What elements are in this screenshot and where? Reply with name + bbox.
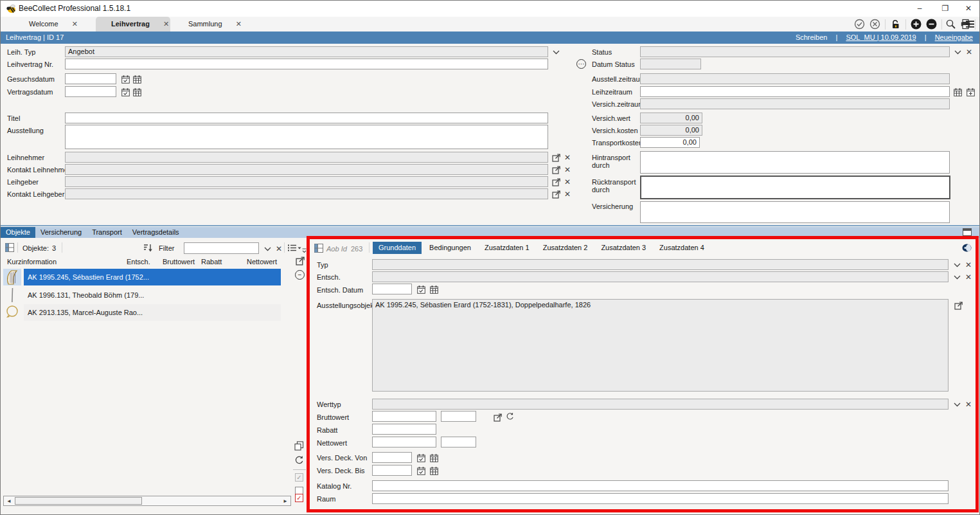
- calendar-grid-icon[interactable]: [132, 87, 142, 97]
- calendar-grid-icon[interactable]: [429, 284, 439, 294]
- status-chevron-down-icon[interactable]: [952, 47, 963, 57]
- new-entry-link[interactable]: Neueingabe: [935, 33, 973, 41]
- kontakt-leihnehmer-clear-icon[interactable]: ✕: [562, 165, 573, 175]
- record-selector-icon[interactable]: [314, 244, 323, 253]
- user-date-link[interactable]: SOL_MU | 10.09.2019: [846, 33, 916, 41]
- kontakt-leihgeber-open-icon[interactable]: [551, 189, 561, 199]
- tab-leihvertrag-close-icon[interactable]: ✕: [163, 17, 169, 32]
- object-row[interactable]: AK 1995.245, Sébastien Erard (1752...: [1, 269, 291, 285]
- object-row[interactable]: AK 2913.135, Marcel-Auguste Rao...: [1, 304, 291, 321]
- transportkosten-input[interactable]: 0,00: [640, 137, 700, 148]
- entsch-combo[interactable]: [372, 271, 949, 282]
- ausstell-zeitraum-input[interactable]: [640, 73, 950, 84]
- tab-welcome-close-icon[interactable]: ✕: [72, 17, 78, 32]
- remove-circle-icon[interactable]: [926, 19, 938, 30]
- rucktransport-textarea[interactable]: [640, 176, 950, 199]
- horizontal-scrollbar[interactable]: ◄ ►: [3, 496, 291, 506]
- gesuchsdatum-input[interactable]: [65, 73, 116, 84]
- checkbox-disabled-checked[interactable]: ✓: [295, 473, 303, 482]
- leihnehmer-clear-icon[interactable]: ✕: [562, 152, 573, 163]
- panel-layout-icon[interactable]: [963, 228, 972, 236]
- versicherung-textarea[interactable]: [640, 201, 950, 223]
- raum-input[interactable]: [372, 493, 949, 504]
- column-nettowert[interactable]: Nettowert: [247, 258, 277, 266]
- leih-typ-combo[interactable]: Angebot: [65, 46, 548, 57]
- calendar-edit-icon[interactable]: [120, 87, 130, 97]
- bruttowert-input[interactable]: [372, 411, 436, 422]
- bruttowert-refresh-icon[interactable]: [506, 412, 514, 420]
- datum-status-input[interactable]: [640, 59, 701, 69]
- open-record-icon[interactable]: [295, 256, 305, 266]
- filter-clear-icon[interactable]: ✕: [274, 244, 284, 254]
- menu-icon[interactable]: [965, 19, 976, 31]
- entsch-datum-input[interactable]: [372, 284, 412, 294]
- object-row[interactable]: AK 1996.131, Theobald Böhm (179...: [1, 287, 291, 303]
- tab-sammlung[interactable]: Sammlung ✕: [173, 17, 244, 32]
- leihgeber-input[interactable]: [65, 176, 548, 187]
- tab-vertragsdetails[interactable]: Vertragsdetails: [127, 227, 184, 238]
- filter-chevron-down-icon[interactable]: [262, 244, 272, 254]
- bruttowert-currency-input[interactable]: [441, 411, 476, 422]
- calendar-grid-icon[interactable]: [132, 74, 142, 84]
- hintransport-textarea[interactable]: [640, 151, 950, 174]
- scroll-right-icon[interactable]: ►: [280, 496, 290, 505]
- close-button[interactable]: ✕: [956, 1, 980, 17]
- tab-welcome[interactable]: Welcome ✕: [13, 17, 94, 32]
- leihgeber-clear-icon[interactable]: ✕: [562, 177, 573, 187]
- refresh-icon[interactable]: [294, 455, 304, 465]
- leihnehmer-input[interactable]: [65, 152, 548, 163]
- tab-grunddaten[interactable]: Grunddaten: [373, 242, 422, 254]
- katalog-nr-input[interactable]: [372, 480, 949, 491]
- nettowert-currency-input[interactable]: [441, 437, 476, 447]
- entsch-clear-icon[interactable]: ✕: [963, 272, 974, 282]
- tab-versicherung[interactable]: Versicherung: [35, 227, 87, 238]
- leihgeber-open-icon[interactable]: [551, 177, 561, 187]
- add-circle-icon[interactable]: [911, 19, 922, 30]
- vers-deck-bis-input[interactable]: [372, 465, 412, 476]
- copy-icon[interactable]: [294, 441, 304, 451]
- kontakt-leihnehmer-input[interactable]: [65, 164, 548, 175]
- tab-zusatzdaten-3[interactable]: Zusatzdaten 3: [595, 242, 652, 254]
- record-selector-icon[interactable]: [5, 243, 14, 252]
- bruttowert-open-icon[interactable]: [492, 412, 503, 422]
- ausstellungsobjekt-textarea[interactable]: AK 1995.245, Sébastien Erard (1752-1831)…: [372, 299, 949, 392]
- werttyp-combo[interactable]: [372, 399, 949, 410]
- mode-label[interactable]: Schreiben: [796, 33, 828, 41]
- tab-sammlung-close-icon[interactable]: ✕: [236, 17, 242, 32]
- tab-objekte[interactable]: Objekte: [1, 227, 35, 238]
- minimize-button[interactable]: –: [907, 1, 932, 17]
- remove-object-icon[interactable]: −: [295, 270, 305, 280]
- column-kurzinformation[interactable]: Kurzinformation: [7, 258, 57, 266]
- view-options-icon[interactable]: [287, 244, 301, 252]
- contrast-toggle-icon[interactable]: [962, 244, 972, 252]
- column-bruttowert[interactable]: Bruttowert: [163, 258, 195, 266]
- leihzeitraum-input[interactable]: [640, 86, 950, 97]
- scrollbar-thumb[interactable]: [15, 497, 142, 505]
- tab-zusatzdaten-1[interactable]: Zusatzdaten 1: [479, 242, 535, 254]
- search-icon[interactable]: [945, 19, 957, 30]
- restore-button[interactable]: ❐: [932, 1, 958, 17]
- kontakt-leihgeber-input[interactable]: [65, 188, 548, 199]
- leihvertrag-nr-input[interactable]: [65, 59, 548, 69]
- kontakt-leihgeber-clear-icon[interactable]: ✕: [562, 189, 573, 199]
- ausstellungsobjekt-open-icon[interactable]: [953, 300, 963, 311]
- filter-input[interactable]: [184, 242, 259, 254]
- entsch-chevron-down-icon[interactable]: [952, 272, 962, 282]
- tab-bedingungen[interactable]: Bedingungen: [423, 242, 477, 254]
- versich-zeitraum-input[interactable]: [640, 98, 950, 109]
- calendar-grid-icon[interactable]: [429, 453, 439, 463]
- werttyp-chevron-down-icon[interactable]: [952, 399, 962, 410]
- tab-leihvertrag[interactable]: Leihvertrag ✕: [96, 17, 170, 32]
- typ-combo[interactable]: [372, 259, 949, 270]
- titel-input[interactable]: [65, 113, 548, 123]
- calendar-edit-icon[interactable]: [120, 74, 130, 84]
- cancel-circle-icon[interactable]: [869, 19, 881, 30]
- sort-icon[interactable]: [143, 243, 153, 253]
- versich-wert-input[interactable]: 0,00: [640, 113, 702, 123]
- checkbox-red-checked[interactable]: ✓: [295, 494, 303, 502]
- rabatt-input[interactable]: [372, 424, 436, 435]
- lock-icon[interactable]: [890, 19, 902, 30]
- column-rabatt[interactable]: Rabatt: [201, 258, 222, 266]
- status-clear-icon[interactable]: ✕: [964, 47, 974, 57]
- leihnehmer-open-icon[interactable]: [551, 152, 561, 163]
